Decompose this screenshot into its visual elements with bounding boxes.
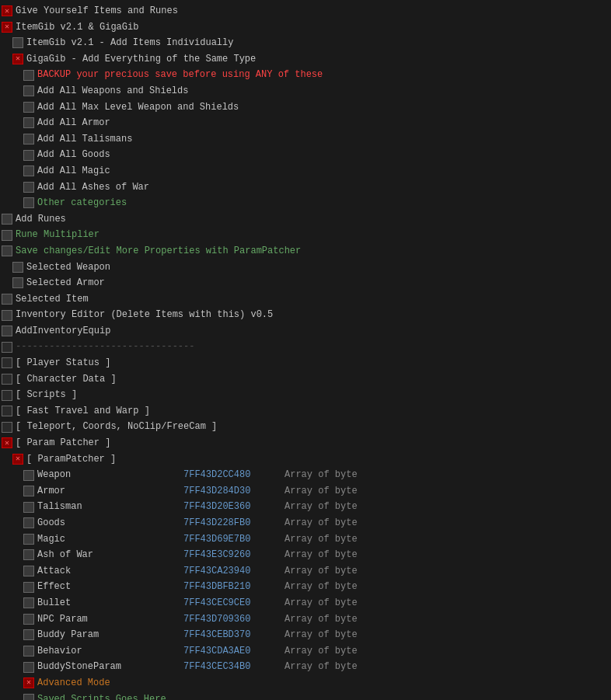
tree-row-fast-travel[interactable]: [ Fast Travel and Warp ]	[2, 403, 609, 420]
param-label-param-goods: Goods	[37, 516, 177, 531]
checkbox-advanced-mode[interactable]: ✕	[23, 677, 34, 688]
checkbox-selected-item[interactable]	[2, 294, 12, 305]
param-type-param-npc: Array of byte	[278, 612, 358, 627]
checkbox-itemgib-individual[interactable]	[12, 37, 23, 48]
label-add-runes: Add Runes	[16, 212, 66, 227]
tree-row-param-attack[interactable]: Attack7FF43CA23940Array of byte	[2, 563, 609, 580]
tree-row-selected-item[interactable]: Selected Item	[2, 291, 609, 308]
tree-row-param-weapon[interactable]: Weapon7FF43D2CC480Array of byte	[2, 467, 609, 483]
label-param-patcher-sub: [ ParamPatcher ]	[26, 452, 116, 467]
tree-row-give-items-runes[interactable]: ✕Give Yourself Items and Runes	[2, 3, 609, 19]
checkbox-save-changes[interactable]	[2, 246, 12, 256]
checkbox-param-behavior[interactable]	[23, 646, 34, 656]
param-address-param-behavior: 7FF43CDA3AE0	[177, 644, 278, 659]
checkbox-add-talismans[interactable]	[23, 134, 34, 145]
param-label-param-bullet: Bullet	[37, 596, 177, 611]
tree-row-add-goods[interactable]: Add All Goods	[2, 147, 609, 163]
tree-row-param-ash-of-war[interactable]: Ash of War7FF43E3C9260Array of byte	[2, 547, 609, 563]
tree-row-selected-weapon[interactable]: Selected Weapon	[2, 259, 609, 276]
checkbox-add-inventory-equip[interactable]	[2, 326, 12, 336]
label-give-items-runes: Give Yourself Items and Runes	[16, 4, 178, 19]
tree-row-add-weapons-shields[interactable]: Add All Weapons and Shields	[2, 83, 609, 99]
checkbox-add-ashes-war[interactable]	[23, 182, 34, 193]
tree-row-rune-multiplier[interactable]: Rune Multiplier	[2, 227, 609, 243]
checkbox-param-magic[interactable]	[23, 534, 34, 545]
tree-row-param-effect[interactable]: Effect7FF43DBFB210Array of byte	[2, 579, 609, 595]
checkbox-param-attack[interactable]	[23, 566, 34, 576]
checkbox-param-buddy[interactable]	[23, 629, 34, 640]
checkbox-add-goods[interactable]	[23, 150, 34, 161]
tree-row-scripts[interactable]: [ Scripts ]	[2, 387, 609, 403]
param-address-param-npc: 7FF43D709360	[177, 612, 278, 627]
checkbox-add-weapons-shields[interactable]	[23, 85, 34, 96]
checkbox-teleport[interactable]	[2, 422, 12, 433]
tree-row-gigagib-same[interactable]: ✕GigaGib - Add Everything of the Same Ty…	[2, 51, 609, 68]
checkbox-separator1[interactable]	[2, 342, 12, 353]
checkbox-add-max-weapon[interactable]	[23, 102, 34, 113]
tree-row-inventory-editor[interactable]: Inventory Editor (Delete Items with this…	[2, 307, 609, 323]
tree-row-param-goods[interactable]: Goods7FF43D228FB0Array of byte	[2, 515, 609, 531]
tree-row-param-buddy-stone[interactable]: BuddyStoneParam7FF43CEC34B0Array of byte	[2, 659, 609, 675]
tree-row-backup[interactable]: BACKUP your precious save before using A…	[2, 67, 609, 83]
tree-row-param-patcher-group[interactable]: ✕[ Param Patcher ]	[2, 435, 609, 451]
tree-row-add-ashes-war[interactable]: Add All Ashes of War	[2, 179, 609, 196]
checkbox-inventory-editor[interactable]	[2, 310, 12, 321]
tree-row-param-npc[interactable]: NPC Param7FF43D709360Array of byte	[2, 611, 609, 628]
label-rune-multiplier: Rune Multiplier	[16, 228, 100, 242]
tree-row-add-runes[interactable]: Add Runes	[2, 211, 609, 228]
tree-row-add-armor[interactable]: Add All Armor	[2, 115, 609, 131]
checkbox-param-ash-of-war[interactable]	[23, 549, 34, 560]
checkbox-param-effect[interactable]	[23, 582, 34, 593]
checkbox-player-status[interactable]	[2, 357, 12, 368]
param-address-param-magic: 7FF43D69E7B0	[177, 532, 278, 547]
checkbox-param-goods[interactable]	[23, 517, 34, 528]
tree-row-other-categories[interactable]: Other categories	[2, 195, 609, 211]
checkbox-character-data[interactable]	[2, 374, 12, 385]
checkbox-param-patcher-group[interactable]: ✕	[2, 437, 12, 448]
checkbox-saved-scripts[interactable]	[23, 694, 34, 700]
tree-row-separator1[interactable]: --------------------------------	[2, 339, 609, 355]
checkbox-param-npc[interactable]	[23, 614, 34, 625]
tree-row-param-talisman[interactable]: Talisman7FF43D20E360Array of byte	[2, 499, 609, 515]
tree-row-param-armor[interactable]: Armor7FF43D284D30Array of byte	[2, 483, 609, 500]
checkbox-selected-armor[interactable]	[12, 277, 23, 288]
checkbox-backup[interactable]	[23, 70, 34, 81]
tree-row-param-behavior[interactable]: Behavior7FF43CDA3AE0Array of byte	[2, 643, 609, 660]
tree-row-param-magic[interactable]: Magic7FF43D69E7B0Array of byte	[2, 531, 609, 548]
checkbox-selected-weapon[interactable]	[12, 262, 23, 273]
tree-row-param-patcher-sub[interactable]: ✕[ ParamPatcher ]	[2, 451, 609, 468]
checkbox-other-categories[interactable]	[23, 197, 34, 208]
checkbox-gigagib-same[interactable]: ✕	[12, 54, 23, 64]
checkbox-param-buddy-stone[interactable]	[23, 662, 34, 673]
tree-row-add-talismans[interactable]: Add All Talismans	[2, 131, 609, 148]
checkbox-param-talisman[interactable]	[23, 502, 34, 513]
tree-row-selected-armor[interactable]: Selected Armor	[2, 275, 609, 291]
checkbox-param-patcher-sub[interactable]: ✕	[12, 454, 23, 465]
checkbox-add-armor[interactable]	[23, 117, 34, 128]
tree-row-add-inventory-equip[interactable]: AddInventoryEquip	[2, 323, 609, 340]
checkbox-param-armor[interactable]	[23, 486, 34, 496]
tree-row-itemgib-gigagib[interactable]: ✕ItemGib v2.1 & GigaGib	[2, 19, 609, 36]
checkbox-scripts[interactable]	[2, 390, 12, 401]
tree-row-param-buddy[interactable]: Buddy Param7FF43CEBD370Array of byte	[2, 627, 609, 643]
label-inventory-editor: Inventory Editor (Delete Items with this…	[16, 308, 273, 322]
tree-row-advanced-mode[interactable]: ✕Advanced Mode	[2, 675, 609, 691]
checkbox-give-items-runes[interactable]: ✕	[2, 5, 12, 16]
tree-row-add-magic[interactable]: Add All Magic	[2, 163, 609, 179]
checkbox-param-weapon[interactable]	[23, 470, 34, 481]
tree-row-teleport[interactable]: [ Teleport, Coords, NoClip/FreeCam ]	[2, 419, 609, 435]
tree-row-player-status[interactable]: [ Player Status ]	[2, 355, 609, 371]
checkbox-add-runes[interactable]	[2, 214, 12, 225]
checkbox-param-bullet[interactable]	[23, 597, 34, 608]
checkbox-itemgib-gigagib[interactable]: ✕	[2, 22, 12, 33]
param-label-param-behavior: Behavior	[37, 644, 177, 659]
tree-row-character-data[interactable]: [ Character Data ]	[2, 371, 609, 388]
tree-row-param-bullet[interactable]: Bullet7FF43CEC9CE0Array of byte	[2, 595, 609, 611]
checkbox-rune-multiplier[interactable]	[2, 230, 12, 241]
tree-row-itemgib-individual[interactable]: ItemGib v2.1 - Add Items Individually	[2, 35, 609, 51]
checkbox-fast-travel[interactable]	[2, 406, 12, 416]
tree-row-saved-scripts[interactable]: Saved Scripts Goes Here	[2, 691, 609, 700]
tree-row-save-changes[interactable]: Save changes/Edit More Properties with P…	[2, 243, 609, 259]
checkbox-add-magic[interactable]	[23, 165, 34, 176]
tree-row-add-max-weapon[interactable]: Add All Max Level Weapon and Shields	[2, 99, 609, 116]
